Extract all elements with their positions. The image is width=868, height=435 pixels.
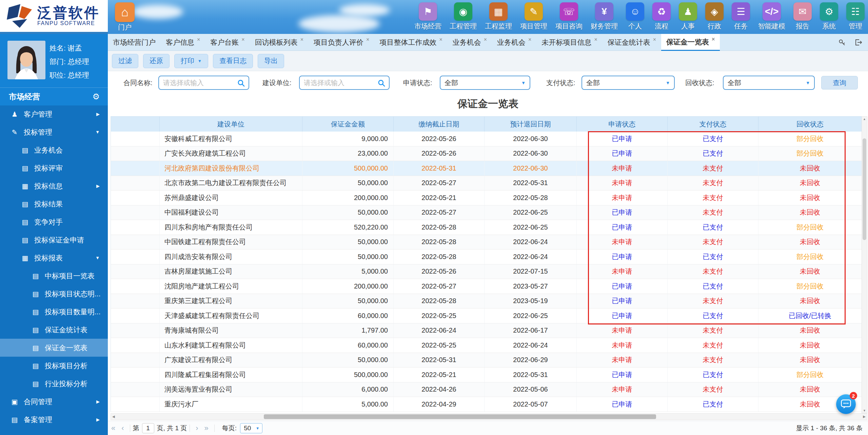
- nav-item-任务[interactable]: ☰任务: [732, 2, 750, 31]
- scroll-right-icon[interactable]: ▶: [863, 414, 866, 420]
- nav-item-管理[interactable]: ☷管理: [846, 2, 865, 31]
- close-icon[interactable]: ×: [528, 37, 531, 43]
- sidebar-item-备案管理[interactable]: ▤备案管理▶: [0, 411, 108, 429]
- 查看日志-button[interactable]: 查看日志: [213, 54, 253, 68]
- scroll-down-icon[interactable]: ▼: [862, 409, 867, 412]
- last-page-button[interactable]: »: [204, 424, 209, 433]
- tab-项目负责人评价[interactable]: 项目负责人评价×: [309, 34, 374, 51]
- build-unit-input[interactable]: 请选择或输入: [299, 76, 390, 90]
- close-icon[interactable]: ×: [439, 37, 442, 43]
- sidebar-item-投标项目状态明...[interactable]: ▤投标项目状态明...: [0, 285, 108, 303]
- sidebar-item-投标信息[interactable]: ▦投标信息▶: [0, 177, 108, 195]
- nav-item-个人[interactable]: ☺个人: [626, 2, 644, 31]
- sidebar-item-业务机会[interactable]: ▤业务机会: [0, 141, 108, 159]
- close-icon[interactable]: ×: [300, 37, 303, 43]
- search-icon[interactable]: [237, 79, 245, 88]
- key-icon[interactable]: [838, 39, 846, 46]
- row-select-cell[interactable]: [111, 294, 160, 309]
- nav-item-工程管理[interactable]: ◉工程管理: [450, 2, 477, 31]
- 还原-button[interactable]: 还原: [143, 54, 170, 68]
- close-icon[interactable]: ×: [366, 37, 369, 43]
- row-select-cell[interactable]: [111, 264, 160, 279]
- table-row[interactable]: 四川成浩安装有限公司50,000.002022-05-282022-06-24已…: [111, 250, 862, 264]
- sidebar-item-投标评审[interactable]: ▤投标评审: [0, 159, 108, 177]
- logout-icon[interactable]: [854, 39, 862, 46]
- table-row[interactable]: 四川隆威工程集团有限公司500,000.002022-05-212022-05-…: [111, 368, 862, 382]
- row-select-cell[interactable]: [111, 368, 160, 382]
- table-row[interactable]: 中国铁建工程有限责任公司50,000.002022-05-282022-06-2…: [111, 235, 862, 250]
- table-row[interactable]: 苏州鼎盛建设公司200,000.002022-05-212022-05-28未申…: [111, 191, 862, 205]
- 过滤-button[interactable]: 过滤: [112, 54, 138, 68]
- row-select-cell[interactable]: [111, 205, 160, 220]
- apply-status-select[interactable]: 全部 ▼: [440, 76, 530, 90]
- sidebar-item-投标项目分析[interactable]: ▤投标项目分析: [0, 357, 108, 375]
- nav-item-智能建模[interactable]: </>智能建模: [758, 2, 785, 31]
- per-page-select[interactable]: 50 ▼: [240, 423, 262, 433]
- column-header[interactable]: [111, 117, 160, 132]
- sidebar-item-投标管理[interactable]: ✎投标管理▼: [0, 123, 108, 141]
- table-row[interactable]: 四川东和房地产有限责任公司520,220.002022-05-282022-06…: [111, 220, 862, 235]
- table-row[interactable]: 重庆污水厂5,000.002022-04-292022-05-07已申请已支付未…: [111, 397, 862, 412]
- row-select-cell[interactable]: [111, 146, 160, 161]
- tab-市场经营门户[interactable]: 市场经营门户: [108, 34, 161, 51]
- column-header[interactable]: 建设单位: [160, 117, 302, 132]
- nav-item-工程监理[interactable]: ▦工程监理: [485, 2, 512, 31]
- tab-客户台账[interactable]: 客户台账×: [205, 34, 250, 51]
- table-row[interactable]: 青海康城有限公司1,797.002022-06-242022-06-17未申请未…: [111, 323, 862, 338]
- nav-item-财务管理[interactable]: ¥财务管理: [591, 2, 618, 31]
- nav-item-人事[interactable]: ♟人事: [679, 2, 697, 31]
- sidebar-item-合同管理[interactable]: ▣合同管理▶: [0, 393, 108, 411]
- column-header[interactable]: 回收状态: [758, 117, 862, 132]
- vertical-scrollbar[interactable]: ▲ ▼: [862, 116, 867, 413]
- sidebar-item-保证金一览表[interactable]: ▤保证金一览表: [0, 339, 108, 357]
- pay-status-select[interactable]: 全部 ▼: [581, 76, 675, 90]
- table-row[interactable]: 广安长兴政府建筑工程公司23,000.002022-05-262022-06-3…: [111, 146, 862, 161]
- tab-业务机会[interactable]: 业务机会×: [448, 34, 492, 51]
- tab-项目整体工作成效[interactable]: 项目整体工作成效×: [374, 34, 447, 51]
- row-select-cell[interactable]: [111, 353, 160, 368]
- row-select-cell[interactable]: [111, 397, 160, 412]
- row-select-cell[interactable]: [111, 191, 160, 205]
- nav-item-流程[interactable]: ♻流程: [652, 2, 671, 31]
- sidebar-item-行业投标分析[interactable]: ▤行业投标分析: [0, 375, 108, 393]
- sidebar-item-中标项目一览表[interactable]: ▤中标项目一览表: [0, 267, 108, 285]
- search-icon[interactable]: [377, 79, 386, 88]
- table-row[interactable]: 天津盛威建筑工程有限责任公司60,000.002022-05-252022-06…: [111, 309, 862, 323]
- first-page-button[interactable]: «: [111, 424, 115, 433]
- tab-未开标项目信息[interactable]: 未开标项目信息×: [536, 34, 602, 51]
- column-header[interactable]: 支付状态: [668, 117, 758, 132]
- table-row[interactable]: 沈阳房地产建筑工程公司200,000.002022-05-272023-05-2…: [111, 279, 862, 294]
- table-row[interactable]: 山东水利建筑工程有限公司60,000.002022-05-252022-06-2…: [111, 338, 862, 353]
- sidebar-item-投标报表[interactable]: ▦投标报表▼: [0, 249, 108, 267]
- table-row[interactable]: 北京市政第二电力建设工程有限责任公司50,000.002022-05-27202…: [111, 176, 862, 191]
- close-icon[interactable]: ×: [653, 37, 656, 43]
- row-select-cell[interactable]: [111, 279, 160, 294]
- horizontal-scroll-thumb[interactable]: [264, 414, 656, 419]
- tab-客户信息[interactable]: 客户信息×: [161, 34, 205, 51]
- page-number-input[interactable]: 1: [142, 423, 154, 433]
- row-select-cell[interactable]: [111, 235, 160, 250]
- close-icon[interactable]: ×: [712, 36, 715, 42]
- close-icon[interactable]: ×: [197, 37, 200, 43]
- table-row[interactable]: 广东建设工程有限公司50,000.002022-05-312022-06-29未…: [111, 353, 862, 368]
- nav-item-系统[interactable]: ⚙系统: [820, 2, 838, 31]
- scroll-left-icon[interactable]: ◀: [112, 414, 115, 420]
- row-select-cell[interactable]: [111, 132, 160, 146]
- vertical-scroll-thumb[interactable]: [863, 138, 866, 240]
- row-select-cell[interactable]: [111, 323, 160, 338]
- row-select-cell[interactable]: [111, 161, 160, 176]
- sidebar-item-客户管理[interactable]: ♟客户管理▶: [0, 105, 108, 123]
- close-icon[interactable]: ×: [241, 37, 244, 43]
- horizontal-scrollbar[interactable]: ◀ ▶: [111, 413, 867, 420]
- prev-page-button[interactable]: ‹: [121, 424, 124, 433]
- query-button[interactable]: 查询: [821, 76, 858, 90]
- avatar[interactable]: [7, 41, 45, 79]
- 导出-button[interactable]: 导出: [258, 54, 284, 68]
- column-header[interactable]: 预计退回日期: [485, 117, 577, 132]
- table-row[interactable]: 安徽科威工程有限公司9,000.002022-05-262022-06-30已申…: [111, 132, 862, 146]
- tab-保证金统计表[interactable]: 保证金统计表×: [603, 34, 661, 51]
- table-row[interactable]: 河北政府第四建设股份有限公司500,000.002022-05-312022-0…: [111, 161, 862, 176]
- sidebar-item-竞争对手[interactable]: ▤竞争对手: [0, 213, 108, 231]
- nav-item-行政[interactable]: ◈行政: [705, 2, 724, 31]
- chat-widget-button[interactable]: 2: [836, 394, 856, 414]
